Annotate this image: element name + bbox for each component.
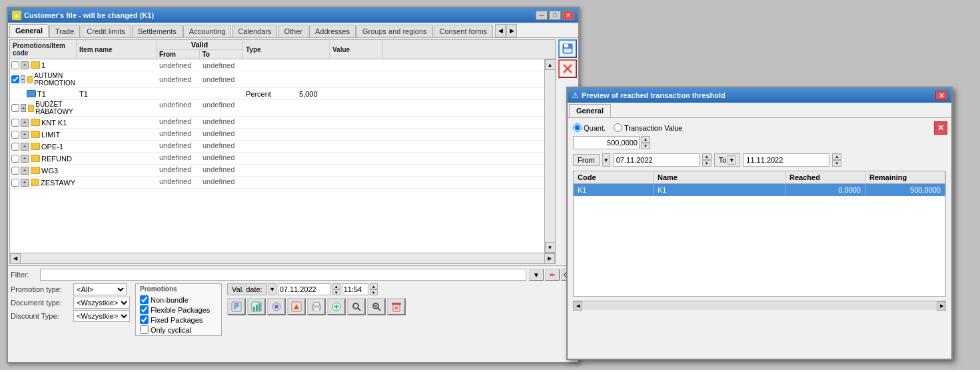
scroll-left-button[interactable]: ◀ xyxy=(10,253,21,264)
row-checkbox[interactable] xyxy=(11,143,19,151)
table-cell-from: undefined xyxy=(157,141,200,152)
val-date-up-btn[interactable]: ▲ xyxy=(332,283,340,289)
to-date-input[interactable] xyxy=(743,153,829,167)
row-checkbox[interactable] xyxy=(11,104,19,112)
only-cyclical-checkbox[interactable] xyxy=(140,325,149,334)
from-date-down-btn[interactable]: ▼ xyxy=(702,160,712,167)
save-button[interactable] xyxy=(558,39,577,58)
filter-edit-button[interactable]: ✏ xyxy=(545,269,560,281)
val-time-down-btn[interactable]: ▼ xyxy=(370,289,378,295)
tab-addresses[interactable]: Addresses xyxy=(309,25,356,37)
from-date-input[interactable] xyxy=(613,153,700,167)
flexible-packages-checkbox[interactable] xyxy=(140,305,149,314)
tab-credit-limits[interactable]: Credit limits xyxy=(81,25,131,37)
collapse-btn[interactable]: − xyxy=(21,75,25,83)
tab-general[interactable]: General xyxy=(9,24,49,37)
promotion-type-select[interactable]: <All> xyxy=(73,283,127,295)
delete-button[interactable] xyxy=(558,59,577,78)
preview-scroll-right-btn[interactable]: ▶ xyxy=(937,301,946,311)
title-bar-left: 📋 Customer's file - will be changed (K1) xyxy=(12,11,154,20)
tab-calendars[interactable]: Calendars xyxy=(232,25,277,37)
val-date-down-btn[interactable]: ▼ xyxy=(332,289,340,295)
tab-settlements[interactable]: Settlements xyxy=(132,25,183,37)
tab-consent-forms[interactable]: Consent forms xyxy=(434,25,494,37)
promotions-checkboxes: Promotions Non-bundle Flexible Packages … xyxy=(135,283,222,336)
to-date-down-btn[interactable]: ▼ xyxy=(832,160,841,167)
row-checkbox[interactable] xyxy=(11,61,19,69)
val-time-input[interactable] xyxy=(342,283,368,295)
expand-btn[interactable]: + xyxy=(21,179,29,187)
preview-window: ⚠ Preview of reached transaction thresho… xyxy=(566,87,953,360)
val-date-input[interactable] xyxy=(278,283,331,295)
tab-accounting[interactable]: Accounting xyxy=(183,25,231,37)
folder-icon xyxy=(28,105,34,112)
non-bundle-checkbox[interactable] xyxy=(140,295,149,304)
row-checkbox[interactable] xyxy=(11,155,19,163)
expand-btn[interactable]: + xyxy=(21,61,29,69)
row-checkbox[interactable] xyxy=(11,179,19,187)
amount-up-btn[interactable]: ▲ xyxy=(641,136,650,143)
scroll-down-button[interactable]: ▼ xyxy=(545,242,556,253)
transaction-value-radio[interactable] xyxy=(614,123,622,132)
to-dropdown-btn[interactable]: ▼ xyxy=(728,155,735,165)
maximize-button[interactable]: □ xyxy=(549,11,561,20)
minimize-button[interactable]: ─ xyxy=(536,11,548,20)
row-checkbox[interactable] xyxy=(11,131,19,139)
close-button[interactable]: ✕ xyxy=(562,11,574,20)
table-header-row: Promotions/Item code Item name Valid Fro… xyxy=(10,40,555,59)
chart-button[interactable] xyxy=(247,298,266,315)
scroll-right-button[interactable]: ▶ xyxy=(544,253,555,264)
expand-btn[interactable]: + xyxy=(21,131,29,139)
threshold-amount-input[interactable] xyxy=(573,136,640,149)
delete-row-button[interactable] xyxy=(387,298,406,315)
quant-radio[interactable] xyxy=(573,123,582,132)
preview-scroll-track[interactable] xyxy=(582,301,937,310)
filter-input[interactable] xyxy=(40,269,526,281)
tab-navigation: ◀ ▶ xyxy=(495,24,517,37)
from-dropdown-btn[interactable]: ▼ xyxy=(602,153,610,167)
delete-row-icon xyxy=(391,301,402,312)
fixed-packages-checkbox[interactable] xyxy=(140,315,149,324)
inner-close-button[interactable]: ✕ xyxy=(934,121,947,135)
scroll-track-horizontal[interactable] xyxy=(21,253,544,263)
tab-prev-button[interactable]: ◀ xyxy=(495,24,506,37)
search-button[interactable] xyxy=(347,298,366,315)
preview-tab-general[interactable]: General xyxy=(569,104,611,117)
table-cell-name xyxy=(77,117,157,128)
document-type-select[interactable]: <Wszystkie> xyxy=(73,297,130,309)
scroll-up-button[interactable]: ▲ xyxy=(545,59,556,70)
row-checkbox[interactable] xyxy=(11,167,19,175)
tab-groups-regions[interactable]: Groups and regions xyxy=(356,25,433,37)
import-button[interactable] xyxy=(227,298,246,315)
val-date-label: Val. date: xyxy=(227,283,267,295)
amount-down-btn[interactable]: ▼ xyxy=(641,143,650,149)
scroll-track-vertical[interactable] xyxy=(545,70,555,242)
table-cell-type xyxy=(243,129,296,140)
expand-btn[interactable]: + xyxy=(21,167,29,175)
filter-label: Filter: xyxy=(11,271,37,279)
add-button[interactable] xyxy=(327,298,346,315)
row-checkbox[interactable] xyxy=(11,119,19,127)
preview-close-button[interactable]: ✕ xyxy=(935,91,947,100)
expand-btn[interactable]: + xyxy=(21,143,29,151)
expand-btn[interactable]: + xyxy=(21,119,29,127)
table-cell-value xyxy=(296,100,343,116)
discount-type-select[interactable]: <Wszystkie> xyxy=(73,310,130,322)
settings-button[interactable] xyxy=(267,298,286,315)
val-date-dropdown-btn[interactable]: ▼ xyxy=(268,283,276,295)
from-date-up-btn[interactable]: ▲ xyxy=(702,153,712,160)
expand-btn[interactable]: + xyxy=(21,155,29,163)
tab-trade[interactable]: Trade xyxy=(49,25,80,37)
preview-scroll-left-btn[interactable]: ◀ xyxy=(573,301,582,311)
zoom-button[interactable] xyxy=(367,298,386,315)
val-time-up-btn[interactable]: ▲ xyxy=(370,283,378,289)
expand-btn[interactable]: + xyxy=(21,104,26,112)
tab-other[interactable]: Other xyxy=(278,25,308,37)
svg-rect-1 xyxy=(564,44,568,47)
export-button[interactable] xyxy=(287,298,306,315)
tab-next-button[interactable]: ▶ xyxy=(506,24,517,37)
to-date-up-btn[interactable]: ▲ xyxy=(832,153,841,160)
filter-dropdown-button[interactable]: ▼ xyxy=(529,269,544,281)
print-button[interactable] xyxy=(307,298,326,315)
row-checkbox[interactable] xyxy=(11,75,19,83)
